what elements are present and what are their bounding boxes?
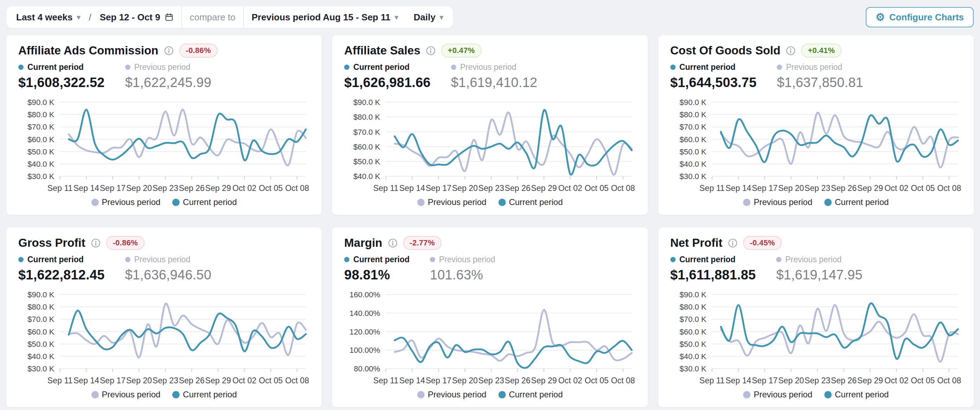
card-title: Affiliate Sales xyxy=(344,44,420,57)
svg-text:$90.0 K: $90.0 K xyxy=(354,98,380,107)
svg-text:Sep 11: Sep 11 xyxy=(48,376,73,385)
svg-text:140.00%: 140.00% xyxy=(350,309,380,318)
date-range-label: Sep 12 - Oct 9 xyxy=(100,12,160,23)
svg-text:Sep 20: Sep 20 xyxy=(126,184,152,193)
legend-previous-period[interactable]: Previous period xyxy=(417,197,487,207)
svg-text:$80.0 K: $80.0 K xyxy=(27,302,54,311)
svg-text:Sep 26: Sep 26 xyxy=(179,184,205,193)
previous-period-value: $1,619,147.95 xyxy=(776,268,862,283)
svg-text:Oct 02: Oct 02 xyxy=(885,376,908,385)
svg-text:Oct 05: Oct 05 xyxy=(911,184,935,193)
comparison-line-chart: $90.0 K$80.0 K$70.0 K$60.0 K$50.0 K$40.0… xyxy=(344,97,636,196)
svg-text:Sep 29: Sep 29 xyxy=(857,184,883,193)
kpi-card-affiliate-ads-commission: Affiliate Ads Commission -0.86% Current … xyxy=(6,35,321,215)
svg-text:Oct 02: Oct 02 xyxy=(885,184,908,193)
change-badge: -2.77% xyxy=(403,236,442,250)
calendar-icon xyxy=(164,13,173,22)
change-badge: +0.41% xyxy=(801,44,842,58)
date-controls: Last 4 weeks ▾ / Sep 12 - Oct 9 compare … xyxy=(6,6,453,28)
previous-period-stat: Previous period $1,619,410.12 xyxy=(451,62,538,90)
svg-text:Sep 14: Sep 14 xyxy=(725,184,751,193)
legend-current-period[interactable]: Current period xyxy=(172,197,237,207)
current-period-stat: Current period $1,608,322.52 xyxy=(18,62,105,90)
previous-period-dot xyxy=(777,65,782,70)
previous-period-label: Previous period xyxy=(785,255,842,264)
current-series-label: Current period xyxy=(509,197,563,207)
svg-text:$70.0 K: $70.0 K xyxy=(27,315,54,324)
card-title: Affiliate Ads Commission xyxy=(18,44,159,57)
gear-icon: ⚙ xyxy=(876,12,885,22)
previous-series-label: Previous period xyxy=(754,197,812,207)
current-series-dot xyxy=(498,199,506,206)
legend-current-period[interactable]: Current period xyxy=(824,197,889,207)
svg-text:$40.0 K: $40.0 K xyxy=(27,160,54,168)
svg-text:$70.0 K: $70.0 K xyxy=(354,128,380,136)
svg-text:Sep 29: Sep 29 xyxy=(531,376,557,385)
svg-text:Sep 29: Sep 29 xyxy=(857,376,883,385)
previous-period-label: Previous period xyxy=(134,255,191,264)
svg-text:Sep 11: Sep 11 xyxy=(373,184,399,193)
configure-charts-label: Configure Charts xyxy=(889,12,964,23)
svg-text:$30.0 K: $30.0 K xyxy=(27,172,54,181)
svg-text:$50.0 K: $50.0 K xyxy=(354,157,380,166)
svg-text:Sep 23: Sep 23 xyxy=(153,376,178,385)
svg-text:Oct 08: Oct 08 xyxy=(285,184,309,193)
previous-period-label: Previous period xyxy=(439,255,495,264)
svg-text:$60.0 K: $60.0 K xyxy=(354,142,380,151)
svg-text:$90.0 K: $90.0 K xyxy=(679,98,706,107)
current-period-label: Current period xyxy=(679,255,736,264)
kpi-card-affiliate-sales: Affiliate Sales +0.47% Current period $1… xyxy=(332,35,648,215)
current-period-label: Current period xyxy=(353,255,409,264)
current-period-stat: Current period $1,644,503.75 xyxy=(670,62,757,90)
change-badge: -0.45% xyxy=(743,236,782,250)
chevron-down-icon: ▾ xyxy=(395,14,398,21)
svg-text:$50.0 K: $50.0 K xyxy=(27,147,54,156)
kpi-card-cost-of-goods-sold: Cost Of Goods Sold +0.41% Current period… xyxy=(659,35,974,215)
legend-current-period[interactable]: Current period xyxy=(172,389,237,399)
svg-text:Sep 23: Sep 23 xyxy=(479,376,504,385)
date-range-picker[interactable]: Sep 12 - Oct 9 xyxy=(92,12,181,23)
svg-text:$50.0 K: $50.0 K xyxy=(679,340,706,348)
svg-text:$70.0 K: $70.0 K xyxy=(679,315,706,324)
legend-previous-period[interactable]: Previous period xyxy=(417,389,487,399)
compare-period-dropdown[interactable]: Previous period Aug 15 - Sep 11 ▾ xyxy=(244,12,406,23)
info-icon[interactable] xyxy=(786,46,795,55)
granularity-dropdown[interactable]: Daily ▾ xyxy=(406,12,451,23)
svg-text:Sep 14: Sep 14 xyxy=(725,376,751,385)
svg-text:Sep 17: Sep 17 xyxy=(752,376,778,385)
info-icon[interactable] xyxy=(728,238,737,248)
svg-text:Sep 11: Sep 11 xyxy=(373,376,399,385)
info-icon[interactable] xyxy=(426,46,436,55)
info-icon[interactable] xyxy=(388,238,398,248)
current-period-label: Current period xyxy=(353,62,409,72)
legend-current-period[interactable]: Current period xyxy=(498,197,563,207)
info-icon[interactable] xyxy=(164,46,173,55)
svg-text:Sep 20: Sep 20 xyxy=(778,184,804,193)
svg-text:Sep 11: Sep 11 xyxy=(700,184,725,193)
previous-series-label: Previous period xyxy=(428,389,487,399)
previous-series-dot xyxy=(91,391,99,399)
svg-text:$80.0 K: $80.0 K xyxy=(679,302,706,311)
range-preset-dropdown[interactable]: Last 4 weeks ▾ xyxy=(8,12,88,23)
legend-previous-period[interactable]: Previous period xyxy=(91,197,161,207)
previous-period-value: 101.63% xyxy=(430,268,495,283)
legend-previous-period[interactable]: Previous period xyxy=(743,389,812,399)
legend-current-period[interactable]: Current period xyxy=(824,389,889,399)
configure-charts-button[interactable]: ⚙ Configure Charts xyxy=(866,7,974,27)
legend-previous-period[interactable]: Previous period xyxy=(743,197,812,207)
svg-text:Sep 17: Sep 17 xyxy=(100,184,126,193)
svg-text:$70.0 K: $70.0 K xyxy=(679,122,706,131)
legend-previous-period[interactable]: Previous period xyxy=(91,389,161,399)
svg-text:$80.0 K: $80.0 K xyxy=(354,113,380,122)
current-period-dot xyxy=(18,65,24,70)
svg-text:$30.0 K: $30.0 K xyxy=(27,364,54,373)
svg-text:Oct 08: Oct 08 xyxy=(937,184,961,193)
previous-period-stat: Previous period $1,622,245.99 xyxy=(125,62,212,90)
svg-text:$90.0 K: $90.0 K xyxy=(679,290,706,299)
comparison-line-chart: $90.0 K$80.0 K$70.0 K$60.0 K$50.0 K$40.0… xyxy=(18,97,310,196)
current-period-stat: Current period $1,626,981.66 xyxy=(344,62,431,90)
svg-text:Sep 17: Sep 17 xyxy=(100,376,126,385)
svg-text:Sep 11: Sep 11 xyxy=(700,376,725,385)
legend-current-period[interactable]: Current period xyxy=(498,389,563,399)
info-icon[interactable] xyxy=(91,238,100,248)
